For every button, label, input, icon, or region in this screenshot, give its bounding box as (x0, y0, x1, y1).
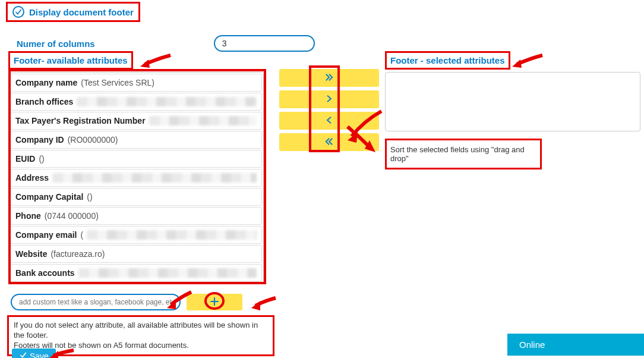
custom-text-input[interactable] (11, 294, 181, 310)
display-footer-label: Display document footer (29, 7, 134, 17)
drag-drop-hint: Sort the selected fields using "drag and… (385, 139, 542, 169)
list-item-label: Company ID (15, 135, 64, 145)
double-chevron-right-icon (324, 72, 334, 84)
redacted-value (77, 97, 257, 106)
list-item-label: Company email (15, 230, 77, 240)
list-item[interactable]: Branch offices (10, 93, 262, 111)
save-label: Save (30, 351, 49, 359)
save-button[interactable]: Save (12, 348, 56, 358)
list-item[interactable]: Website(factureaza.ro) (10, 245, 262, 263)
plus-icon (209, 296, 220, 309)
redacted-value (78, 268, 257, 278)
annotation-arrow (250, 295, 279, 315)
list-item-label: Company Capital (15, 192, 83, 202)
display-footer-checkbox-row[interactable]: Display document footer (6, 2, 140, 22)
list-item-value: (Test Services SRL) (81, 78, 154, 87)
list-item-label: Company name (15, 78, 77, 87)
move-left-button[interactable] (279, 112, 379, 130)
list-item-value: ( (80, 230, 83, 240)
selected-attributes-title: Footer - selected attributes (385, 51, 510, 70)
custom-text-row (11, 294, 242, 310)
online-status-badge[interactable]: Online (507, 334, 644, 356)
chevron-right-icon (324, 93, 334, 106)
available-attributes-section: Footer- available attributes Company nam… (8, 51, 264, 284)
redacted-value (52, 173, 257, 183)
list-item[interactable]: EUID() (10, 150, 262, 168)
list-item-value: (factureaza.ro) (50, 249, 105, 259)
chevron-left-icon (324, 115, 334, 127)
num-columns-label: Numer of columns (17, 39, 95, 49)
list-item[interactable]: Company Capital() (10, 188, 262, 206)
double-chevron-left-icon (324, 136, 334, 149)
svg-marker-5 (251, 301, 260, 310)
add-custom-text-button[interactable] (187, 294, 242, 310)
list-item-value: (RO0000000) (68, 135, 118, 145)
list-item-value: () (87, 192, 92, 202)
list-item[interactable]: Tax Payer's Registration Number (10, 112, 262, 130)
redacted-value (149, 116, 257, 125)
list-item-label: Branch offices (15, 97, 73, 106)
move-all-left-button[interactable] (279, 133, 379, 151)
selected-attributes-section: Footer - selected attributes Sort the se… (385, 51, 640, 169)
num-columns-row: Numer of columns (17, 35, 644, 52)
list-item[interactable]: Company email( (10, 226, 262, 244)
list-item[interactable]: Phone(0744 000000) (10, 207, 262, 225)
list-item-label: Tax Payer's Registration Number (15, 116, 146, 125)
list-item-label: Phone (15, 211, 41, 221)
list-item-label: EUID (15, 154, 35, 164)
check-icon (19, 351, 27, 358)
list-item-value: () (39, 154, 44, 164)
list-item-label: Address (15, 173, 49, 183)
available-attributes-list[interactable]: Company name(Test Services SRL)Branch of… (8, 72, 264, 284)
check-icon (12, 6, 24, 18)
list-item-label: Bank accounts (15, 268, 75, 278)
redacted-value (87, 230, 257, 240)
available-attributes-title: Footer- available attributes (8, 51, 133, 70)
num-columns-input[interactable] (214, 35, 315, 52)
move-right-button[interactable] (279, 90, 379, 108)
note-line1: If you do not select any attribute, all … (14, 321, 268, 341)
move-all-right-button[interactable] (279, 69, 379, 87)
list-item[interactable]: Company ID(RO0000000) (10, 131, 262, 149)
list-item-value: (0744 000000) (45, 211, 99, 221)
list-item[interactable]: Bank accounts (10, 264, 262, 282)
transfer-buttons-group (279, 69, 379, 155)
list-item-label: Website (15, 249, 47, 259)
list-item[interactable]: Address (10, 169, 262, 187)
selected-attributes-list[interactable] (385, 72, 640, 131)
list-item[interactable]: Company name(Test Services SRL) (10, 74, 262, 92)
